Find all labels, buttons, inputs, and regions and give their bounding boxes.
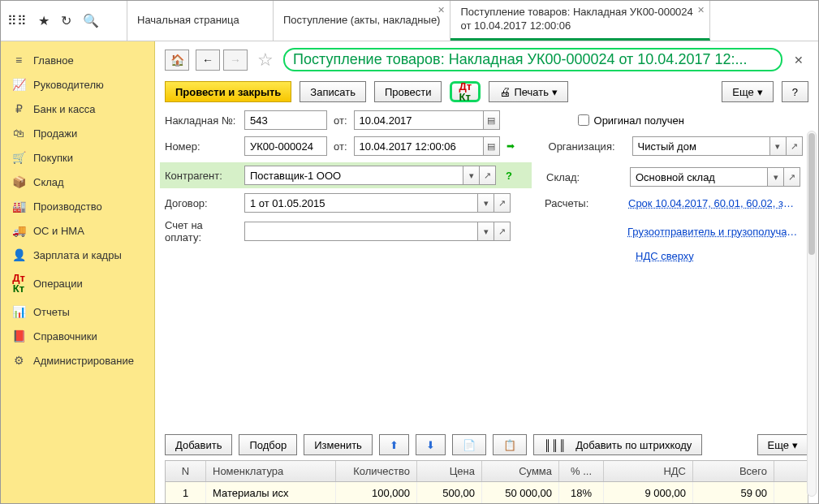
chart-icon: 📈 bbox=[12, 78, 25, 91]
save-button[interactable]: Записать bbox=[300, 81, 366, 102]
label-contract: Договор: bbox=[165, 197, 238, 209]
printer-icon: 🖨 bbox=[499, 85, 511, 98]
col-nds[interactable]: НДС bbox=[604, 461, 693, 481]
cell-total: 59 00 bbox=[693, 482, 774, 504]
sidebar-item-operations[interactable]: ДтКтОперации bbox=[1, 267, 154, 299]
col-nomenclature[interactable]: Номенклатура bbox=[206, 461, 336, 481]
open-ref-icon[interactable]: ↗ bbox=[494, 222, 511, 241]
favorite-star-icon[interactable]: ☆ bbox=[257, 50, 274, 71]
shipper-link[interactable]: Грузоотправитель и грузополучате... bbox=[627, 226, 798, 238]
truck-icon: 🚚 bbox=[12, 224, 25, 237]
contragent-field[interactable] bbox=[244, 166, 463, 185]
col-pct[interactable]: % ... bbox=[559, 461, 604, 481]
org-field[interactable] bbox=[632, 136, 770, 156]
cell-nds: 9 000,00 bbox=[604, 482, 693, 504]
tab-start-page[interactable]: Начальная страница bbox=[127, 1, 274, 41]
sidebar-item-label: Отчеты bbox=[33, 306, 70, 318]
dropdown-icon[interactable]: ▾ bbox=[770, 136, 787, 156]
col-total[interactable]: Всего bbox=[693, 461, 774, 481]
sidebar-item-label: Покупки bbox=[33, 152, 73, 164]
sidebar-item-refs[interactable]: 📕Справочники bbox=[1, 324, 154, 348]
tab-current-doc[interactable]: Поступление товаров: Накладная УК00-0000… bbox=[450, 1, 710, 41]
scroll-thumb[interactable] bbox=[808, 133, 815, 255]
debit-credit-button[interactable]: ДтКт bbox=[450, 81, 481, 102]
home-button[interactable]: 🏠 bbox=[165, 50, 189, 71]
vat-link[interactable]: НДС сверху bbox=[636, 250, 694, 262]
datetime-field[interactable] bbox=[354, 136, 484, 156]
doc-toolbar: Провести и закрыть Записать Провести ДтК… bbox=[155, 78, 818, 110]
open-ref-icon[interactable]: ↗ bbox=[480, 166, 496, 185]
tab-label: Поступление товаров: Накладная УК00-0000… bbox=[460, 6, 700, 33]
calendar-icon[interactable]: ▤ bbox=[484, 110, 500, 130]
dropdown-icon[interactable]: ▾ bbox=[463, 166, 480, 185]
sidebar: ≡Главное 📈Руководителю ₽Банк и касса 🛍Пр… bbox=[1, 41, 155, 504]
sidebar-item-label: Операции bbox=[33, 278, 83, 290]
invoice-no-field[interactable] bbox=[244, 110, 327, 130]
open-ref-icon[interactable]: ↗ bbox=[787, 136, 803, 156]
invoice-date-field[interactable] bbox=[354, 110, 484, 130]
sidebar-item-warehouse[interactable]: 📦Склад bbox=[1, 170, 154, 194]
sidebar-item-main[interactable]: ≡Главное bbox=[1, 48, 154, 72]
sidebar-item-reports[interactable]: 📊Отчеты bbox=[1, 299, 154, 324]
back-button[interactable]: ← bbox=[196, 50, 220, 71]
search-icon[interactable]: 🔍 bbox=[83, 13, 99, 28]
dropdown-icon[interactable]: ▾ bbox=[478, 193, 494, 213]
calc-link[interactable]: Срок 10.04.2017, 60.01, 60.02, зач... bbox=[628, 197, 799, 209]
apps-icon[interactable]: ⠿⠿ bbox=[7, 13, 27, 28]
copy-button[interactable]: 📄 bbox=[452, 434, 486, 455]
sidebar-item-sales[interactable]: 🛍Продажи bbox=[1, 121, 154, 145]
sidebar-item-admin[interactable]: ⚙Администрирование bbox=[1, 348, 154, 373]
dropdown-icon[interactable]: ▾ bbox=[768, 167, 784, 187]
help-button[interactable]: ? bbox=[782, 81, 808, 102]
warehouse-field[interactable] bbox=[630, 167, 768, 187]
move-down-button[interactable]: ⬇ bbox=[416, 434, 446, 455]
dropdown-icon[interactable]: ▾ bbox=[478, 222, 494, 241]
number-field[interactable] bbox=[244, 136, 327, 156]
cart-icon: 🛒 bbox=[12, 151, 25, 164]
close-icon[interactable]: ✕ bbox=[438, 4, 445, 15]
label-calc: Расчеты: bbox=[545, 197, 622, 209]
close-content-icon[interactable]: ✕ bbox=[789, 54, 808, 67]
sidebar-item-bank[interactable]: ₽Банк и касса bbox=[1, 97, 154, 121]
table-more-button[interactable]: Еще▾ bbox=[757, 434, 808, 455]
move-up-button[interactable]: ⬆ bbox=[379, 434, 409, 455]
invoice-acc-field[interactable] bbox=[244, 222, 478, 241]
print-button[interactable]: 🖨Печать▾ bbox=[489, 81, 568, 102]
open-ref-icon[interactable]: ↗ bbox=[494, 193, 511, 213]
col-sum[interactable]: Сумма bbox=[482, 461, 559, 481]
history-icon[interactable]: ↻ bbox=[61, 13, 71, 28]
col-n[interactable]: N bbox=[166, 461, 206, 481]
contract-field[interactable] bbox=[244, 193, 478, 213]
edit-button[interactable]: Изменить bbox=[304, 434, 373, 455]
sidebar-item-purchases[interactable]: 🛒Покупки bbox=[1, 145, 154, 170]
add-by-barcode-button[interactable]: ║║║ Добавить по штрихкоду bbox=[533, 434, 702, 455]
col-qty[interactable]: Количество bbox=[336, 461, 417, 481]
more-button[interactable]: Еще▾ bbox=[722, 81, 773, 102]
hint-icon[interactable]: ? bbox=[506, 170, 512, 182]
sidebar-item-label: Справочники bbox=[33, 330, 97, 342]
tab-receipts[interactable]: Поступление (акты, накладные)✕ bbox=[274, 1, 450, 41]
checkbox-label: Оригинал получен bbox=[594, 114, 684, 127]
post-button[interactable]: Провести bbox=[374, 81, 442, 102]
open-ref-icon[interactable]: ↗ bbox=[784, 167, 800, 187]
table-row[interactable]: 1 Материалы исх 100,000 500,00 50 000,00… bbox=[166, 482, 808, 504]
calendar-icon[interactable]: ▤ bbox=[484, 136, 500, 156]
post-and-close-button[interactable]: Провести и закрыть bbox=[165, 81, 291, 102]
sidebar-item-label: Администрирование bbox=[33, 355, 134, 367]
forward-button[interactable]: → bbox=[223, 50, 248, 71]
pick-button[interactable]: Подбор bbox=[239, 434, 297, 455]
sidebar-item-assets[interactable]: 🚚ОС и НМА bbox=[1, 218, 154, 243]
tab-label: Начальная страница bbox=[137, 14, 239, 28]
sidebar-item-manager[interactable]: 📈Руководителю bbox=[1, 72, 154, 97]
tab-label: Поступление (акты, накладные) bbox=[283, 14, 440, 28]
col-price[interactable]: Цена bbox=[417, 461, 482, 481]
add-row-button[interactable]: Добавить bbox=[165, 434, 232, 455]
original-received-checkbox[interactable]: Оригинал получен bbox=[578, 114, 684, 127]
sidebar-item-production[interactable]: 🏭Производство bbox=[1, 194, 154, 218]
star-icon[interactable]: ★ bbox=[38, 13, 50, 28]
vertical-scrollbar[interactable] bbox=[807, 131, 817, 497]
dk-icon: ДтКт bbox=[12, 273, 25, 294]
paste-button[interactable]: 📋 bbox=[493, 434, 527, 455]
sidebar-item-hr[interactable]: 👤Зарплата и кадры bbox=[1, 243, 154, 267]
close-icon[interactable]: ✕ bbox=[697, 4, 705, 15]
